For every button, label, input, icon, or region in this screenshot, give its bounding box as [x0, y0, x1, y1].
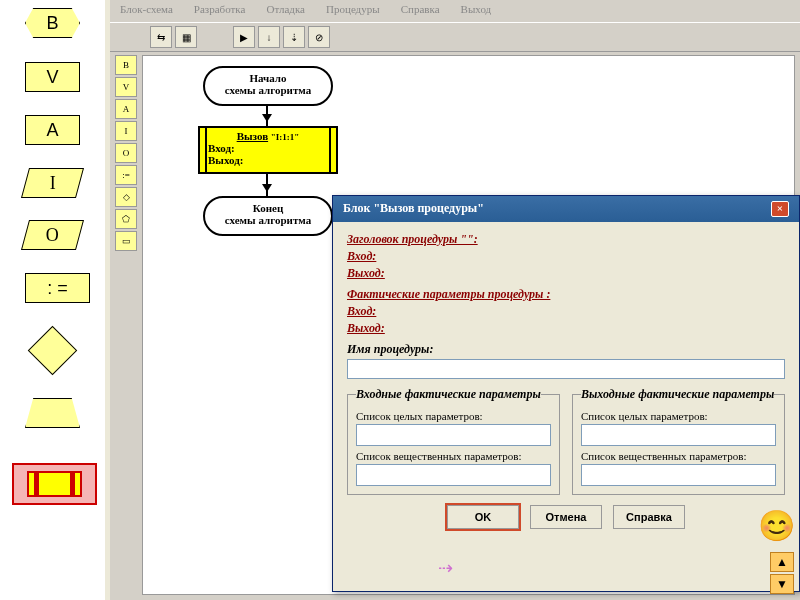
menu-item[interactable]: Отладка — [266, 3, 305, 15]
palette-array[interactable]: A — [25, 115, 80, 145]
label: Список вещественных параметров: — [356, 450, 551, 462]
section-header: Фактические параметры процедуры : — [347, 287, 785, 302]
flow-call-node[interactable]: Вызов "I:1:1" Вход: Выход: — [198, 126, 338, 174]
flow-end-node[interactable]: Конец схемы алгоритма — [203, 196, 333, 236]
toolbar-btn[interactable]: ⇆ — [150, 26, 172, 48]
close-icon[interactable]: × — [771, 201, 789, 217]
label: Список вещественных параметров: — [581, 450, 776, 462]
menu-item[interactable]: Процедуры — [326, 3, 380, 15]
tool-icon[interactable]: ⬠ — [115, 209, 137, 229]
nav-down-icon[interactable]: ▼ — [770, 574, 794, 594]
label: Выход: — [347, 266, 785, 281]
mascot-icon: 😊 — [758, 508, 796, 546]
step-icon[interactable]: ↓ — [258, 26, 280, 48]
input-int-params[interactable] — [356, 424, 551, 446]
tool-icon[interactable]: O — [115, 143, 137, 163]
stop-icon[interactable]: ⊘ — [308, 26, 330, 48]
menu-item[interactable]: Разработка — [194, 3, 246, 15]
shape-palette: B V A I O : = — [0, 0, 105, 600]
label: Список целых параметров: — [581, 410, 776, 422]
dialog-titlebar[interactable]: Блок "Вызов процедуры" × — [333, 196, 799, 222]
side-toolbox: B V A I O := ◇ ⬠ ▭ — [115, 55, 139, 251]
output-int-params[interactable] — [581, 424, 776, 446]
node-text: Конец — [209, 202, 327, 214]
group-label: Входные фактические параметры — [356, 387, 541, 402]
menu-item[interactable]: Справка — [401, 3, 440, 15]
menu-item[interactable]: Выход — [461, 3, 492, 15]
dialog-title-text: Блок "Вызов процедуры" — [343, 201, 484, 217]
call-procedure-dialog: Блок "Вызов процедуры" × Заголовок проце… — [332, 195, 800, 592]
label: Вход: — [347, 304, 785, 319]
input-real-params[interactable] — [356, 464, 551, 486]
proc-name-input[interactable] — [347, 359, 785, 379]
nav-corner: ▲ ▼ — [770, 552, 794, 594]
palette-loop[interactable] — [25, 398, 80, 428]
group-label: Выходные фактические параметры — [581, 387, 774, 402]
menubar: Блок-схема Разработка Отладка Процедуры … — [110, 0, 800, 22]
ok-button[interactable]: OK — [447, 505, 519, 529]
palette-begin[interactable]: B — [25, 8, 80, 38]
tool-icon[interactable]: := — [115, 165, 137, 185]
tool-icon[interactable]: ▭ — [115, 231, 137, 251]
arrow-icon: ⇢ — [438, 557, 453, 579]
help-button[interactable]: Справка — [613, 505, 685, 529]
palette-var[interactable]: V — [25, 62, 80, 92]
output-real-params[interactable] — [581, 464, 776, 486]
output-params-group: Выходные фактические параметры Список це… — [572, 387, 785, 495]
proc-name-label: Имя процедуры: — [347, 342, 785, 357]
palette-decision[interactable] — [28, 326, 77, 375]
toolbar: ⇆ ▦ ▶ ↓ ⇣ ⊘ — [110, 22, 800, 52]
label: Выход: — [347, 321, 785, 336]
label: Вход: — [347, 249, 785, 264]
flow-arrow — [266, 174, 268, 196]
run-icon[interactable]: ▶ — [233, 26, 255, 48]
tool-icon[interactable]: B — [115, 55, 137, 75]
tool-icon[interactable]: I — [115, 121, 137, 141]
nav-up-icon[interactable]: ▲ — [770, 552, 794, 572]
palette-input[interactable]: I — [21, 168, 84, 198]
node-text: схемы алгоритма — [209, 214, 327, 226]
palette-output[interactable]: O — [21, 220, 84, 250]
node-text: Начало — [209, 72, 327, 84]
tool-icon[interactable]: A — [115, 99, 137, 119]
step-icon[interactable]: ⇣ — [283, 26, 305, 48]
cancel-button[interactable]: Отмена — [530, 505, 602, 529]
palette-subroutine[interactable] — [12, 463, 97, 505]
node-text: Вход: — [208, 142, 328, 154]
node-text: Выход: — [208, 154, 328, 166]
flow-start-node[interactable]: Начало схемы алгоритма — [203, 66, 333, 106]
label: Список целых параметров: — [356, 410, 551, 422]
flow-arrow — [266, 106, 268, 126]
tool-icon[interactable]: V — [115, 77, 137, 97]
input-params-group: Входные фактические параметры Список цел… — [347, 387, 560, 495]
toolbar-btn[interactable]: ▦ — [175, 26, 197, 48]
tool-icon[interactable]: ◇ — [115, 187, 137, 207]
node-text: схемы алгоритма — [209, 84, 327, 96]
section-header: Заголовок процедуры "": — [347, 232, 785, 247]
palette-assign[interactable]: : = — [25, 273, 90, 303]
menu-item[interactable]: Блок-схема — [120, 3, 173, 15]
